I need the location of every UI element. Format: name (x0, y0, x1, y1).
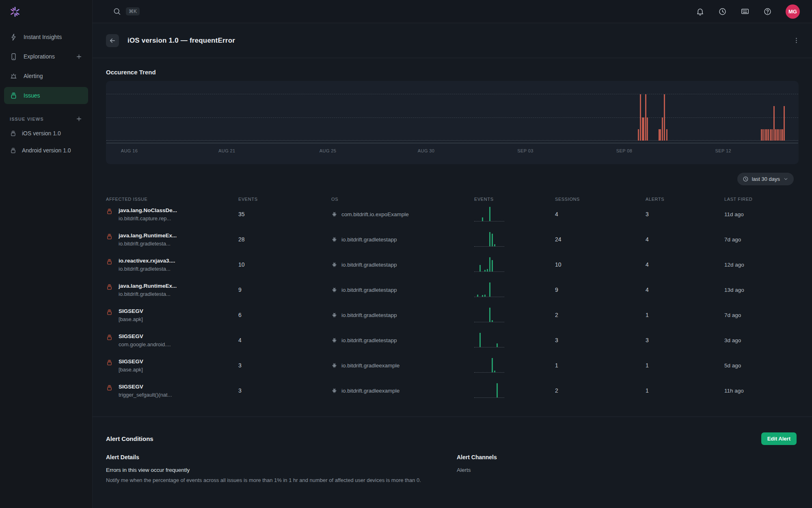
trend-plot-area (106, 94, 798, 141)
events-count: 3 (238, 387, 331, 394)
issue-title: SIGSEGV (119, 333, 171, 339)
trend-bar (778, 129, 780, 141)
back-button[interactable] (106, 34, 119, 47)
last-fired: 3d ago (724, 337, 799, 343)
sidebar-item-alerting[interactable]: Alerting (4, 67, 88, 85)
sessions-count: 1 (555, 362, 646, 369)
range-label: last 30 days (752, 176, 780, 182)
spark-bar (482, 295, 483, 297)
issue-title: java.lang.NoClassDe... (119, 207, 177, 213)
gridline-baseline (106, 140, 798, 141)
page-menu-button[interactable] (793, 37, 800, 44)
issue-subtitle: io.bitdrift.gradletesta... (119, 266, 175, 272)
table-row[interactable]: java.lang.NoClassDe...io.bitdrift.captur… (106, 202, 799, 227)
trend-bar (640, 94, 641, 141)
issue-cell: SIGSEGVcom.google.android.... (106, 333, 238, 347)
table-row[interactable]: SIGSEGVtrigger_sefgault()(nat...3io.bitd… (106, 378, 799, 403)
events-count: 3 (238, 362, 331, 369)
events-sparkline (474, 358, 504, 373)
table-row[interactable]: SIGSEGV[base.apk]6io.bitdrift.gradletest… (106, 302, 799, 328)
trend-section-title: Occurence Trend (106, 69, 799, 76)
sessions-count: 3 (555, 337, 646, 343)
last-fired: 5d ago (724, 363, 799, 369)
events-sparkline (474, 282, 504, 297)
issue-text: java.lang.NoClassDe...io.bitdrift.captur… (119, 207, 177, 221)
column-header: OS (331, 197, 474, 202)
gridline-middle (106, 117, 798, 118)
events-sparkline-cell (474, 232, 555, 247)
add-exploration-button[interactable] (76, 53, 82, 60)
alert-details-column: Alert Details Errors in this view occur … (106, 454, 457, 484)
x-axis-label: AUG 16 (121, 148, 138, 153)
sidebar-item-issues[interactable]: Issues (4, 87, 88, 104)
android-icon (331, 312, 337, 318)
events-sparkline-cell (474, 333, 555, 347)
alerts-count: 4 (646, 287, 724, 293)
history-clock-icon (718, 7, 727, 16)
search-button[interactable]: ⌘K (113, 7, 140, 15)
user-avatar[interactable]: MG (786, 4, 800, 19)
sidebar-item-android-version[interactable]: Android version 1.0 (0, 142, 92, 159)
add-issue-view-button[interactable] (76, 115, 82, 122)
keyboard-shortcuts-button[interactable] (741, 7, 749, 16)
events-sparkline (474, 383, 504, 398)
edit-alert-button[interactable]: Edit Alert (761, 432, 797, 445)
issue-box-icon (106, 359, 113, 366)
table-row[interactable]: java.lang.RuntimeEx...io.bitdrift.gradle… (106, 227, 799, 252)
help-icon (763, 7, 772, 16)
spark-bar (489, 257, 490, 271)
trend-bar (664, 94, 665, 141)
sidebar-item-explorations[interactable]: Explorations (4, 48, 88, 65)
shortcut-badge: ⌘K (126, 7, 140, 15)
last-fired: 7d ago (724, 312, 799, 318)
bitdrift-starburst-logo-icon (9, 6, 21, 18)
alert-conditions-header: Alert Conditions Edit Alert (106, 432, 799, 445)
sessions-count: 2 (555, 387, 646, 394)
sidebar-item-ios-version[interactable]: iOS version 1.0 (0, 125, 92, 142)
table-row[interactable]: SIGSEGVcom.google.android....4io.bitdrif… (106, 328, 799, 353)
x-axis-label: SEP 12 (715, 148, 732, 153)
range-selector-row: last 30 days (106, 173, 799, 185)
page-content: Occurence Trend AUG 16AUG 21AUG 25AUG 30… (93, 58, 812, 508)
android-icon (331, 287, 337, 293)
os-name: io.bitdrift.gradleexample (341, 388, 400, 394)
issue-title: SIGSEGV (119, 308, 143, 314)
spark-bar (482, 217, 483, 221)
android-icon (331, 262, 337, 268)
page-title: iOS version 1.0 — frequentError (127, 37, 235, 45)
issue-subtitle: io.bitdrift.gradletesta... (119, 291, 177, 297)
help-button[interactable] (763, 7, 772, 16)
issue-cell: SIGSEGVtrigger_sefgault()(nat... (106, 384, 238, 398)
events-sparkline (474, 308, 504, 322)
table-row[interactable]: io.reactivex.rxjava3....io.bitdrift.grad… (106, 252, 799, 277)
os-name: com.bitdrift.io.expoExample (341, 211, 409, 217)
events-sparkline-cell (474, 257, 555, 272)
issue-subtitle: io.bitdrift.capture.rep... (119, 215, 177, 221)
plus-icon (76, 115, 82, 122)
app-logo[interactable] (0, 0, 92, 28)
sessions-count: 4 (555, 211, 646, 217)
sidebar-item-instant-insights[interactable]: Instant Insights (4, 28, 88, 46)
alert-channels-title: Alert Channels (457, 454, 799, 460)
date-range-selector[interactable]: last 30 days (737, 173, 794, 185)
spark-bar (497, 343, 498, 347)
history-button[interactable] (718, 7, 727, 16)
issue-title: io.reactivex.rxjava3.... (119, 258, 175, 264)
events-sparkline (474, 333, 504, 347)
os-cell: io.bitdrift.gradletestapp (331, 262, 474, 268)
issue-text: java.lang.RuntimeEx...io.bitdrift.gradle… (119, 232, 177, 247)
table-row[interactable]: java.lang.RuntimeEx...io.bitdrift.gradle… (106, 277, 799, 302)
trend-bar (762, 129, 764, 141)
last-fired: 11h ago (724, 388, 799, 394)
trend-bar (660, 129, 661, 141)
events-sparkline (474, 207, 504, 221)
os-cell: io.bitdrift.gradletestapp (331, 287, 474, 293)
clock-icon (743, 176, 749, 182)
issue-subtitle: [base.apk] (119, 316, 143, 322)
lightning-icon (10, 33, 17, 41)
trend-bar (784, 106, 785, 141)
alert-name: Errors in this view occur frequently (106, 467, 457, 473)
notifications-button[interactable] (696, 7, 704, 16)
table-row[interactable]: SIGSEGV[base.apk]3io.bitdrift.gradleexam… (106, 353, 799, 378)
android-icon (331, 363, 337, 369)
